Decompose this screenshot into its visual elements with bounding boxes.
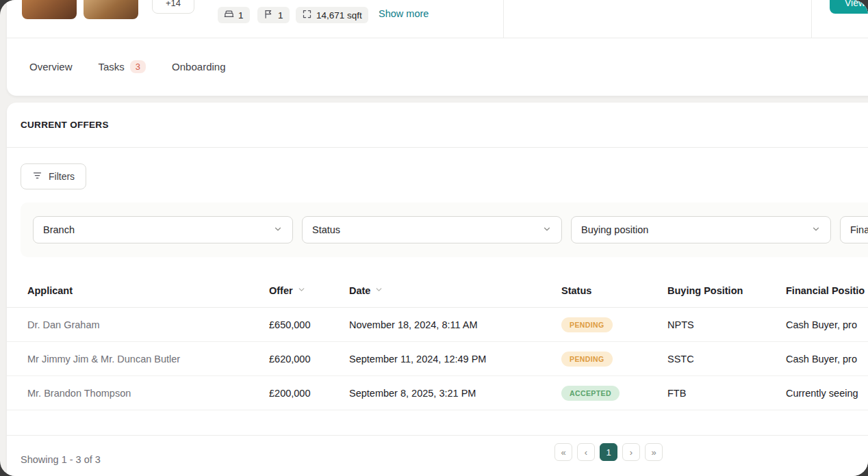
tab-overview[interactable]: Overview bbox=[29, 61, 73, 72]
status-cell: PENDING bbox=[561, 352, 667, 367]
financial-position-cell: Cash Buyer, pro bbox=[786, 354, 868, 365]
status-badge: ACCEPTED bbox=[561, 386, 620, 401]
date-cell: September 8, 2025, 3:21 PM bbox=[349, 388, 561, 399]
pagination-prev-button[interactable]: ‹ bbox=[577, 443, 595, 461]
table-row[interactable]: Mr. Brandon Thompson £200,000 September … bbox=[7, 376, 868, 410]
tab-onboarding-label: Onboarding bbox=[172, 61, 225, 72]
applicant-cell: Mr. Brandon Thompson bbox=[27, 388, 269, 399]
show-more-link[interactable]: Show more bbox=[379, 8, 429, 19]
buying-position-cell: NPTS bbox=[667, 319, 786, 330]
view-button[interactable]: View bbox=[830, 0, 868, 14]
branch-filter-dropdown[interactable]: Branch bbox=[33, 216, 293, 243]
date-cell: November 18, 2024, 8:11 AM bbox=[349, 319, 561, 330]
column-header-date[interactable]: Date bbox=[349, 285, 561, 296]
flag-stat: 1 bbox=[257, 7, 290, 23]
filter-panel: Branch Status Buying position Fina bbox=[21, 202, 868, 257]
status-filter-label: Status bbox=[312, 224, 340, 235]
date-cell: September 11, 2024, 12:49 PM bbox=[349, 354, 561, 365]
financial-position-filter-dropdown[interactable]: Fina bbox=[840, 216, 868, 243]
table-footer: Showing 1 - 3 of 3 « ‹ 1 › » bbox=[7, 435, 868, 476]
pagination-next-button[interactable]: › bbox=[622, 443, 640, 461]
status-badge: PENDING bbox=[561, 352, 613, 367]
buying-position-cell: SSTC bbox=[667, 354, 786, 365]
expand-icon bbox=[302, 9, 312, 21]
property-photo[interactable] bbox=[84, 0, 138, 19]
branch-filter-label: Branch bbox=[43, 224, 75, 235]
more-photos-button[interactable]: +14 bbox=[152, 0, 194, 14]
property-photo[interactable] bbox=[22, 0, 77, 19]
sort-chevron-icon[interactable] bbox=[374, 285, 383, 296]
flag-value: 1 bbox=[278, 10, 283, 21]
tab-overview-label: Overview bbox=[29, 61, 73, 72]
table-row[interactable]: Mr Jimmy Jim & Mr. Duncan Butler £620,00… bbox=[7, 342, 868, 376]
chevron-down-icon bbox=[273, 224, 283, 236]
tab-bar: Overview Tasks 3 Onboarding bbox=[7, 38, 868, 95]
offer-cell: £200,000 bbox=[269, 388, 349, 399]
filter-lines-icon bbox=[32, 170, 42, 183]
financial-position-filter-label: Fina bbox=[850, 224, 868, 235]
app-screen: +14 1 1 14,671 sqft Show more bbox=[0, 0, 868, 476]
tab-tasks[interactable]: Tasks 3 bbox=[99, 60, 146, 73]
tasks-count-badge: 3 bbox=[130, 60, 146, 73]
area-value: 14,671 sqft bbox=[316, 10, 362, 21]
buying-position-filter-dropdown[interactable]: Buying position bbox=[571, 216, 831, 243]
applicant-cell: Mr Jimmy Jim & Mr. Duncan Butler bbox=[27, 354, 269, 365]
offer-cell: £620,000 bbox=[269, 354, 349, 365]
status-filter-dropdown[interactable]: Status bbox=[302, 216, 562, 243]
column-header-offer[interactable]: Offer bbox=[269, 285, 349, 296]
pagination-page-1-button[interactable]: 1 bbox=[600, 443, 617, 461]
area-stat: 14,671 sqft bbox=[296, 7, 368, 23]
bedrooms-stat: 1 bbox=[218, 7, 250, 23]
bed-icon bbox=[224, 9, 234, 21]
property-summary-row: +14 1 1 14,671 sqft Show more bbox=[7, 0, 868, 38]
offers-header: CURRENT OFFERS bbox=[7, 103, 868, 148]
flag-icon bbox=[264, 9, 274, 21]
divider bbox=[811, 0, 812, 38]
current-offers-card: CURRENT OFFERS Filters Branch Status bbox=[7, 103, 868, 476]
property-header-card: +14 1 1 14,671 sqft Show more bbox=[7, 0, 868, 96]
column-header-status: Status bbox=[561, 285, 667, 296]
showing-results-text: Showing 1 - 3 of 3 bbox=[21, 454, 101, 465]
pagination: « ‹ 1 › » bbox=[554, 443, 663, 461]
status-cell: ACCEPTED bbox=[561, 386, 667, 401]
section-title: CURRENT OFFERS bbox=[21, 120, 109, 130]
financial-position-cell: Currently seeing bbox=[786, 388, 868, 399]
status-cell: PENDING bbox=[561, 317, 667, 332]
table-header-row: Applicant Offer Date Status Buying Posit… bbox=[7, 274, 868, 308]
pagination-first-button[interactable]: « bbox=[554, 443, 572, 461]
tab-tasks-label: Tasks bbox=[99, 61, 125, 72]
bedrooms-value: 1 bbox=[238, 10, 244, 21]
column-header-financial-position: Financial Positio bbox=[786, 285, 868, 296]
tab-onboarding[interactable]: Onboarding bbox=[172, 61, 225, 72]
filters-button[interactable]: Filters bbox=[21, 163, 86, 189]
buying-position-cell: FTB bbox=[667, 388, 786, 399]
filters-button-label: Filters bbox=[49, 171, 75, 182]
applicant-cell: Dr. Dan Graham bbox=[27, 319, 269, 330]
chevron-down-icon bbox=[542, 224, 552, 236]
offer-cell: £650,000 bbox=[269, 319, 349, 330]
table-row[interactable]: Dr. Dan Graham £650,000 November 18, 202… bbox=[7, 308, 868, 342]
chevron-down-icon bbox=[811, 224, 821, 236]
column-header-applicant: Applicant bbox=[27, 285, 269, 296]
sort-chevron-icon[interactable] bbox=[297, 285, 306, 296]
status-badge: PENDING bbox=[561, 317, 613, 332]
divider bbox=[503, 0, 504, 38]
pagination-last-button[interactable]: » bbox=[645, 443, 663, 461]
column-header-buying-position: Buying Position bbox=[667, 285, 786, 296]
financial-position-cell: Cash Buyer, pro bbox=[786, 319, 868, 330]
buying-position-filter-label: Buying position bbox=[581, 224, 648, 235]
